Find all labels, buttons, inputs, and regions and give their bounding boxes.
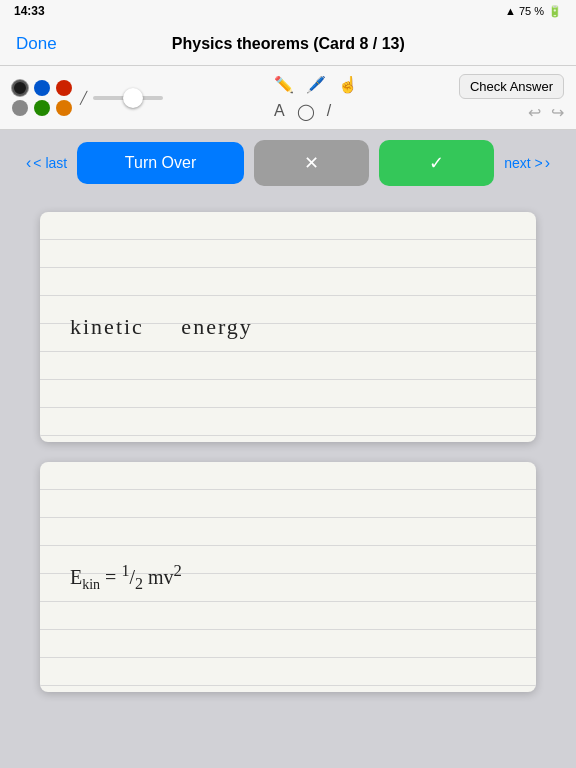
slash-icon: ╱ <box>80 91 87 105</box>
redo-button[interactable]: ↪ <box>551 103 564 122</box>
chevron-right-icon: › <box>545 154 550 172</box>
action-row: ‹ < last Turn Over ✕ ✓ next > › <box>10 130 566 196</box>
correct-button[interactable]: ✓ <box>379 140 494 186</box>
color-row-top <box>12 80 72 96</box>
undo-button[interactable]: ↩ <box>528 103 541 122</box>
brush-size-slider: ╱ <box>80 91 163 105</box>
undo-redo: ↩ ↪ <box>528 103 564 122</box>
slider-thumb[interactable] <box>123 88 143 108</box>
back-card: Ekin = 1/2 mv2 <box>40 462 536 692</box>
front-card-text: kinetic energy <box>70 314 253 340</box>
slider-track[interactable] <box>93 96 163 100</box>
pen-icon[interactable]: 🖊️ <box>304 73 328 96</box>
back-card-formula: Ekin = 1/2 mv2 <box>70 561 182 593</box>
drawing-tools: ✏️ 🖊️ ☝️ Α ◯ / <box>272 73 360 123</box>
done-button[interactable]: Done <box>16 34 57 54</box>
color-red[interactable] <box>56 80 72 96</box>
battery-icon: 🔋 <box>548 5 562 18</box>
wifi-icon: ▲ 75 % <box>505 5 544 17</box>
chevron-left-icon: ‹ <box>26 154 31 172</box>
color-blue[interactable] <box>34 80 50 96</box>
color-palette <box>12 80 72 116</box>
pencil-icon[interactable]: ✏️ <box>272 73 296 96</box>
line-icon[interactable]: / <box>325 100 333 122</box>
last-button[interactable]: ‹ < last <box>26 154 67 172</box>
check-answer-button[interactable]: Check Answer <box>459 74 564 99</box>
front-card-content: kinetic energy <box>40 212 536 442</box>
front-card: kinetic energy <box>40 212 536 442</box>
toolbar: ╱ ✏️ 🖊️ ☝️ Α ◯ / Check Answer ↩ ↪ <box>0 66 576 130</box>
color-green[interactable] <box>34 100 50 116</box>
status-time: 14:33 <box>14 4 45 18</box>
last-label: < last <box>33 155 67 171</box>
main-content: kinetic energy Ekin = 1/2 mv2 <box>0 196 576 708</box>
color-gray[interactable] <box>12 100 28 116</box>
status-icons: ▲ 75 % 🔋 <box>505 5 562 18</box>
next-button[interactable]: next > › <box>504 154 550 172</box>
next-label: next > <box>504 155 543 171</box>
toolbar-left-section: ╱ <box>12 80 163 116</box>
color-row-bottom <box>12 100 72 116</box>
back-card-content: Ekin = 1/2 mv2 <box>40 462 536 692</box>
color-orange[interactable] <box>56 100 72 116</box>
tools-bottom-row: Α ◯ / <box>272 100 360 123</box>
lasso-icon[interactable]: ◯ <box>295 100 317 123</box>
text-icon[interactable]: Α <box>272 100 287 122</box>
nav-bar: Done Physics theorems (Card 8 / 13) <box>0 22 576 66</box>
toolbar-right: Check Answer ↩ ↪ <box>459 74 564 122</box>
color-black[interactable] <box>12 80 28 96</box>
wrong-button[interactable]: ✕ <box>254 140 369 186</box>
finger-icon[interactable]: ☝️ <box>336 73 360 96</box>
nav-title: Physics theorems (Card 8 / 13) <box>172 35 405 53</box>
turn-over-button[interactable]: Turn Over <box>77 142 244 184</box>
status-bar: 14:33 ▲ 75 % 🔋 <box>0 0 576 22</box>
tools-top-row: ✏️ 🖊️ ☝️ <box>272 73 360 96</box>
